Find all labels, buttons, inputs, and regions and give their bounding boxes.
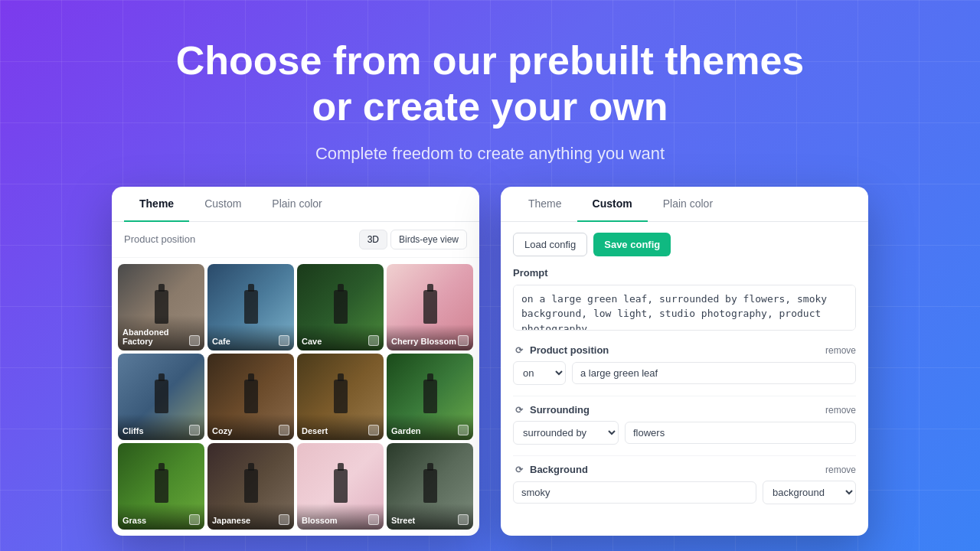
surrounding-header: ⟳ Surrounding remove xyxy=(513,404,856,416)
product-position-header: ⟳ Product position remove xyxy=(513,344,856,357)
theme-card-check xyxy=(279,514,289,525)
theme-card-check xyxy=(458,335,469,346)
right-panel-tabs: Theme Custom Plain color xyxy=(501,187,868,222)
hero-subtitle: Complete freedom to create anything you … xyxy=(15,144,965,164)
hero-title: Choose from our prebuilt themes or creat… xyxy=(15,38,965,130)
theme-card-check xyxy=(458,425,469,435)
theme-card-check xyxy=(189,514,200,525)
theme-card-check xyxy=(279,335,289,346)
prompt-textarea[interactable]: on a large green leaf, surrounded by flo… xyxy=(513,285,856,331)
surrounding-preposition[interactable]: surrounded by xyxy=(513,421,619,445)
prompt-label: Prompt xyxy=(513,267,856,279)
product-position-title: ⟳ Product position xyxy=(513,344,609,357)
left-tab-theme[interactable]: Theme xyxy=(124,187,189,222)
theme-card[interactable]: Grass xyxy=(118,443,204,530)
theme-card[interactable]: Garden xyxy=(387,354,473,440)
background-value[interactable] xyxy=(513,481,756,504)
right-tab-plain[interactable]: Plain color xyxy=(648,187,728,222)
right-tab-custom[interactable]: Custom xyxy=(577,187,648,222)
left-panel: Theme Custom Plain color Product positio… xyxy=(112,187,479,536)
theme-card-check xyxy=(189,425,200,435)
panel-toolbar: Product position 3D Birds-eye view xyxy=(112,222,479,258)
product-position-field-row: on xyxy=(513,361,856,385)
background-type[interactable]: background xyxy=(763,481,856,504)
theme-card[interactable]: Cave xyxy=(297,264,384,350)
theme-card[interactable]: Cozy xyxy=(207,354,294,440)
theme-card[interactable]: Japanese xyxy=(207,443,294,530)
left-tab-plain[interactable]: Plain color xyxy=(256,187,337,222)
background-remove[interactable]: remove xyxy=(825,465,856,475)
theme-card[interactable]: Cherry Blossom xyxy=(387,264,473,350)
product-position-value[interactable] xyxy=(572,362,856,384)
theme-card[interactable]: Blossom xyxy=(297,443,384,530)
theme-card[interactable]: Cafe xyxy=(207,264,294,350)
theme-card-check xyxy=(189,335,200,346)
refresh-icon: ⟳ xyxy=(513,344,525,357)
theme-grid: Abandoned Factory Cafe Cave Cherry Bloss… xyxy=(112,258,479,536)
save-config-button[interactable]: Save config xyxy=(593,233,671,256)
surrounding-icon: ⟳ xyxy=(513,404,525,416)
theme-card-check xyxy=(368,514,379,525)
background-header: ⟳ Background remove xyxy=(513,464,856,476)
theme-card-check xyxy=(458,514,469,525)
surrounding-section: ⟳ Surrounding remove surrounded by xyxy=(513,404,856,445)
theme-card[interactable]: Cliffs xyxy=(118,354,204,440)
load-config-button[interactable]: Load config xyxy=(513,233,587,256)
config-header-row: Load config Save config xyxy=(513,233,856,256)
background-icon: ⟳ xyxy=(513,464,525,476)
background-title: ⟳ Background xyxy=(513,464,588,476)
surrounding-title: ⟳ Surrounding xyxy=(513,404,590,416)
background-section: ⟳ Background remove background xyxy=(513,464,856,504)
product-position-section: ⟳ Product position remove on xyxy=(513,344,856,385)
toolbar-label: Product position xyxy=(124,233,195,245)
surrounding-remove[interactable]: remove xyxy=(825,405,856,416)
right-tab-theme[interactable]: Theme xyxy=(513,187,577,222)
surrounding-field-row: surrounded by xyxy=(513,421,856,445)
theme-card[interactable]: Abandoned Factory xyxy=(118,264,204,350)
surrounding-value[interactable] xyxy=(625,422,856,444)
theme-card[interactable]: Desert xyxy=(297,354,384,440)
theme-card[interactable]: Street xyxy=(387,443,473,530)
product-position-remove[interactable]: remove xyxy=(825,345,856,356)
theme-card-check xyxy=(368,335,379,346)
left-tab-custom[interactable]: Custom xyxy=(189,187,256,222)
left-panel-tabs: Theme Custom Plain color xyxy=(112,187,479,222)
background-field-row: background xyxy=(513,481,856,504)
view-3d-button[interactable]: 3D xyxy=(359,230,387,249)
product-position-preposition[interactable]: on xyxy=(513,361,566,385)
theme-card-check xyxy=(368,425,379,435)
view-birds-button[interactable]: Birds-eye view xyxy=(390,230,467,249)
right-panel-body: Load config Save config Prompt on a larg… xyxy=(501,222,868,513)
right-panel: Theme Custom Plain color Load config Sav… xyxy=(501,187,868,536)
toolbar-right: 3D Birds-eye view xyxy=(359,230,467,249)
theme-card-check xyxy=(279,425,289,435)
panels-row: Theme Custom Plain color Product positio… xyxy=(0,187,980,536)
